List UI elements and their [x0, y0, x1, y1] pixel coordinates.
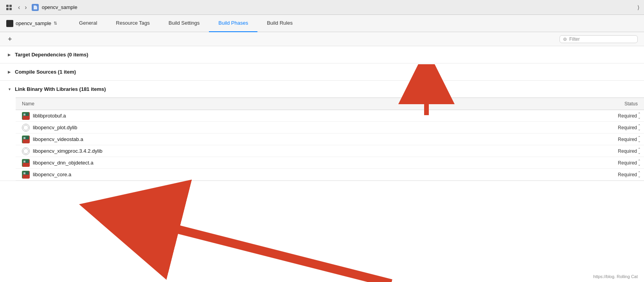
svg-rect-2	[6, 8, 9, 10]
chevron-icon	[8, 70, 12, 74]
svg-rect-1	[9, 5, 12, 7]
section-title-compile-sources: Compile Sources (1 item)	[15, 69, 76, 75]
content-area: + ⊜ Filter Target Dependencies (0 items)…	[0, 32, 644, 282]
col-status-header: Status	[589, 99, 644, 108]
table-header: Name Status	[16, 98, 644, 110]
section-header-compile-sources[interactable]: Compile Sources (1 item)	[0, 63, 644, 80]
library-icon	[22, 171, 30, 179]
table-row[interactable]: libopencv_core.a Required ⌃⌄	[16, 169, 644, 181]
svg-rect-11	[23, 163, 29, 166]
row-status[interactable]: Required ⌃⌄	[589, 148, 644, 155]
nav-buttons: ‹ ›	[16, 4, 29, 11]
dylib-icon	[22, 124, 30, 132]
status-label: Required	[618, 160, 637, 166]
target-icon	[6, 20, 13, 27]
row-status[interactable]: Required ⌃⌄	[589, 112, 644, 119]
back-button[interactable]: ‹	[16, 4, 22, 11]
row-filename: libopencv_dnn_objdetect.a	[33, 160, 589, 166]
table-row[interactable]: libopencv_plot.dylib Required ⌃⌄	[16, 122, 644, 134]
stepper-icon[interactable]: ⌃⌄	[638, 136, 641, 143]
svg-rect-0	[6, 5, 9, 7]
target-selector[interactable]: opencv_sample ⇅	[6, 20, 57, 27]
section-link-binary: Link Binary With Libraries (181 items) N…	[0, 81, 644, 181]
table-row[interactable]: liblibprotobuf.a Required ⌃⌄	[16, 110, 644, 122]
tab-build-settings[interactable]: Build Settings	[159, 15, 209, 32]
toolbar: ‹ › opencv_sample ⟩	[0, 0, 644, 15]
status-label: Required	[618, 125, 637, 130]
forward-button[interactable]: ›	[23, 4, 28, 11]
status-label: Required	[618, 113, 637, 119]
table-row[interactable]: libopencv_videostab.a Required ⌃⌄	[16, 134, 644, 145]
stepper-icon[interactable]: ⌃⌄	[638, 148, 641, 155]
file-icon	[32, 4, 39, 11]
section-title-target-dependencies: Target Dependencies (0 items)	[15, 52, 88, 58]
add-button[interactable]: +	[6, 36, 14, 43]
project-title: opencv_sample	[42, 4, 77, 10]
section-target-dependencies: Target Dependencies (0 items)	[0, 46, 644, 63]
action-bar: + ⊜ Filter	[0, 32, 644, 46]
filter-placeholder: Filter	[569, 36, 580, 42]
collapse-button[interactable]: ⟩	[637, 4, 639, 11]
status-label: Required	[618, 148, 637, 154]
target-chevron-icon: ⇅	[54, 21, 57, 26]
tabbar: opencv_sample ⇅ General Resource Tags Bu…	[0, 15, 644, 32]
chevron-icon	[8, 53, 12, 57]
watermark: https://blog. Rolling Cat	[593, 274, 638, 279]
chevron-down-icon	[8, 87, 12, 91]
stepper-icon[interactable]: ⌃⌄	[638, 112, 641, 119]
table-row[interactable]: libopencv_dnn_objdetect.a Required ⌃⌄	[16, 157, 644, 169]
row-filename: libopencv_core.a	[33, 172, 589, 177]
row-status[interactable]: Required ⌃⌄	[589, 124, 644, 131]
row-filename: libopencv_videostab.a	[33, 136, 589, 142]
row-filename: libopencv_plot.dylib	[33, 125, 589, 130]
svg-rect-9	[23, 137, 25, 139]
col-name-header: Name	[16, 99, 589, 108]
svg-rect-14	[23, 175, 29, 178]
library-icon	[22, 112, 30, 120]
target-name: opencv_sample	[16, 20, 51, 26]
svg-rect-15	[23, 172, 25, 174]
svg-rect-12	[23, 161, 25, 163]
filter-icon: ⊜	[563, 36, 567, 42]
library-icon	[22, 136, 30, 143]
grid-icon[interactable]	[5, 3, 13, 12]
section-title-link-binary: Link Binary With Libraries (181 items)	[15, 86, 106, 92]
row-status[interactable]: Required ⌃⌄	[589, 159, 644, 166]
dylib-icon	[22, 147, 30, 155]
section-header-link-binary[interactable]: Link Binary With Libraries (181 items)	[0, 81, 644, 98]
row-filename: libopencv_ximgproc.3.4.2.dylib	[33, 148, 589, 154]
svg-rect-5	[23, 116, 29, 119]
svg-rect-8	[23, 139, 29, 143]
stepper-icon[interactable]: ⌃⌄	[638, 124, 641, 131]
stepper-icon[interactable]: ⌃⌄	[638, 171, 641, 178]
row-filename: liblibprotobuf.a	[33, 113, 589, 119]
tab-build-rules[interactable]: Build Rules	[257, 15, 302, 32]
table-row[interactable]: libopencv_ximgproc.3.4.2.dylib Required …	[16, 145, 644, 157]
tab-resource-tags[interactable]: Resource Tags	[106, 15, 159, 32]
row-status[interactable]: Required ⌃⌄	[589, 171, 644, 178]
tab-general[interactable]: General	[70, 15, 106, 32]
svg-rect-6	[23, 114, 25, 116]
row-status[interactable]: Required ⌃⌄	[589, 136, 644, 143]
status-label: Required	[618, 137, 637, 142]
library-table: Name Status liblibprotobuf.a Required ⌃⌄	[0, 98, 644, 181]
status-label: Required	[618, 172, 637, 177]
tab-build-phases[interactable]: Build Phases	[209, 15, 257, 32]
section-header-target-dependencies[interactable]: Target Dependencies (0 items)	[0, 46, 644, 63]
filter-box[interactable]: ⊜ Filter	[559, 35, 638, 43]
svg-rect-3	[9, 8, 12, 10]
section-compile-sources: Compile Sources (1 item)	[0, 63, 644, 81]
stepper-icon[interactable]: ⌃⌄	[638, 159, 641, 166]
library-icon	[22, 159, 30, 167]
